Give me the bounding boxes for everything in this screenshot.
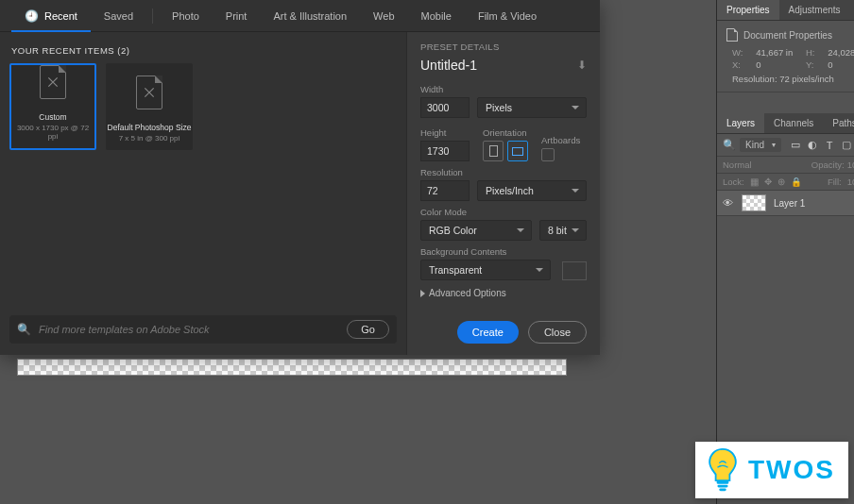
fill-label: Fill: [828,176,842,187]
lock-pixels-icon[interactable]: ▦ [750,176,759,187]
y-value: 0 [828,59,854,70]
page-fold-icon [40,65,66,99]
tab-layers[interactable]: Layers [717,113,764,133]
close-button[interactable]: Close [528,321,587,344]
blend-mode-select[interactable]: Normal [723,160,783,170]
lock-artboard-icon[interactable]: ⊕ [777,176,785,187]
watermark: TWOS [695,442,848,498]
bg-select[interactable]: Transparent [420,260,551,280]
preset-default-ps[interactable]: Default Photoshop Size 7 x 5 in @ 300 pp… [106,63,193,150]
filter-image-icon[interactable]: ▭ [789,139,802,151]
go-button[interactable]: Go [347,320,389,339]
preset-title: Default Photoshop Size [108,123,192,132]
search-icon: 🔍 [17,323,31,336]
stock-search-bar: 🔍 Go [9,315,397,344]
tab-divider [152,8,153,24]
watermark-text: TWOS [748,455,835,485]
colormode-select[interactable]: RGB Color [420,220,532,241]
opacity-value[interactable]: 100% [847,160,854,170]
y-label: Y: [806,59,816,70]
preset-sub: 7 x 5 in @ 300 ppi [119,134,180,143]
orientation-label: Orientation [483,127,528,138]
layer-row[interactable]: 👁 Layer 1 [717,191,854,215]
visibility-eye-icon[interactable]: 👁 [723,197,734,209]
tab-properties[interactable]: Properties [717,0,779,20]
tab-web[interactable]: Web [360,0,407,31]
w-value: 41,667 in [756,47,794,58]
tab-adjustments[interactable]: Adjustments [779,0,850,20]
save-preset-icon[interactable]: ⬇ [577,59,587,72]
preset-title: Custom [39,112,66,122]
create-button[interactable]: Create [457,321,519,344]
artboards-label: Artboards [541,135,580,145]
resolution-input[interactable] [420,180,470,201]
lock-label: Lock: [723,176,744,187]
tab-photo[interactable]: Photo [159,0,213,31]
svg-rect-2 [719,488,726,491]
tab-paths[interactable]: Paths [823,113,854,133]
width-unit-select[interactable]: Pixels [477,97,587,118]
filter-shape-icon[interactable]: ▢ [840,139,853,151]
orientation-landscape[interactable] [507,141,528,161]
kind-select[interactable]: Kind▾ [740,138,781,152]
preset-details-column: PRESET DETAILS Untitled-1 ⬇ Width Pixels… [406,32,600,355]
presets-column: YOUR RECENT ITEMS (2) Custom 3000 x 1730… [0,32,406,355]
preset-details-title: PRESET DETAILS [420,42,587,52]
tab-channels[interactable]: Channels [764,113,823,133]
bitdepth-select[interactable]: 8 bit [539,220,587,241]
lock-all-icon[interactable]: 🔒 [791,176,802,187]
width-label: Width [420,84,587,94]
tab-film[interactable]: Film & Video [465,0,550,31]
preset-custom[interactable]: Custom 3000 x 1730 px @ 72 ppi [9,63,96,150]
x-label: X: [732,59,744,70]
filter-type-icon[interactable]: T [823,140,836,151]
tab-mobile[interactable]: Mobile [408,0,465,31]
lightbulb-icon [705,447,741,493]
height-input[interactable] [420,141,470,161]
tab-saved[interactable]: Saved [91,0,146,31]
resolution-label: Resolution [420,167,587,177]
h-value: 24,028 in [828,47,854,58]
svg-rect-1 [717,485,727,488]
orientation-portrait[interactable] [483,141,504,161]
canvas-transparency [17,359,567,376]
preset-sub: 3000 x 1730 px @ 72 ppi [11,124,94,141]
crossed-tools-icon [143,86,156,99]
document-icon [726,28,738,42]
tab-print[interactable]: Print [213,0,261,31]
recent-items-label: YOUR RECENT ITEMS (2) [11,45,397,56]
fill-value[interactable]: 100% [847,176,854,187]
tab-recent[interactable]: 🕘Recent [11,0,91,31]
layer-name: Layer 1 [774,198,805,209]
lock-position-icon[interactable]: ✥ [764,176,772,187]
height-label: Height [420,127,470,138]
filter-adjust-icon[interactable]: ◐ [806,139,819,151]
search-icon[interactable]: 🔍 [723,139,736,151]
artboards-checkbox[interactable] [541,148,555,161]
opacity-label: Opacity: [811,160,845,170]
page-fold-icon [136,76,162,109]
doc-properties-label: Document Properties [743,30,832,41]
tab-art[interactable]: Art & Illustration [260,0,360,31]
svg-rect-0 [717,480,729,484]
bg-label: Background Contents [420,246,587,257]
clock-icon: 🕘 [25,9,39,23]
resolution-readout: Resolution: 72 pixels/inch [732,74,854,84]
w-label: W: [732,47,744,58]
width-input[interactable] [420,97,470,118]
stock-search-input[interactable] [39,324,339,335]
layer-thumb [742,194,766,211]
advanced-options-toggle[interactable]: Advanced Options [420,288,587,298]
doc-name[interactable]: Untitled-1 [420,58,477,73]
right-panel: Properties Adjustments Document Properti… [716,0,854,504]
new-document-dialog: 🕘Recent Saved Photo Print Art & Illustra… [0,0,600,355]
crossed-tools-icon [46,76,60,89]
x-value: 0 [756,59,794,70]
h-label: H: [806,47,816,58]
bg-swatch[interactable] [562,261,587,280]
category-tabs: 🕘Recent Saved Photo Print Art & Illustra… [0,0,600,32]
colormode-label: Color Mode [420,207,587,217]
resolution-unit-select[interactable]: Pixels/Inch [477,180,587,201]
